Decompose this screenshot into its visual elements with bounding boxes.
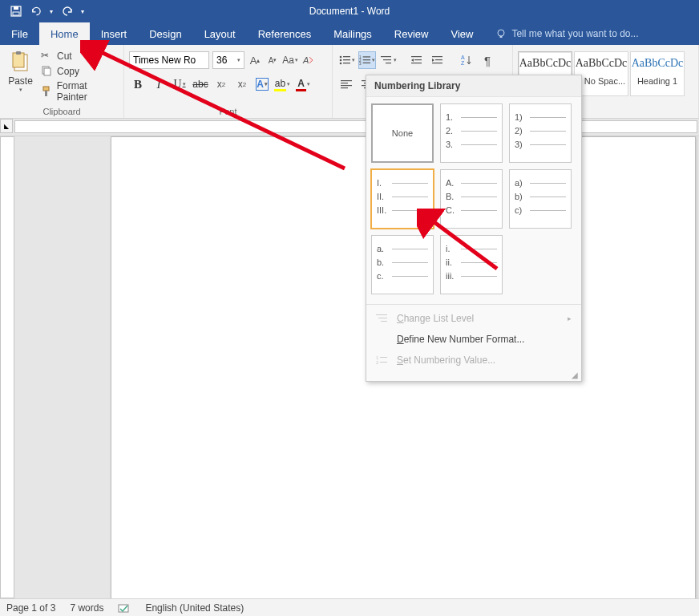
svg-rect-61 [378,318,387,318]
tab-mailings[interactable]: Mailings [322,22,383,45]
status-page[interactable]: Page 1 of 3 [6,602,55,614]
svg-rect-64 [380,357,387,358]
svg-text:A: A [302,55,309,65]
superscript-button[interactable]: x2 [235,77,249,91]
svg-point-13 [339,56,341,59]
numbering-tile-4[interactable]: A.B.C. [440,169,503,229]
svg-rect-62 [381,321,387,322]
svg-point-17 [339,63,341,65]
format-painter-label: Format Painter [57,80,119,103]
svg-rect-1 [14,6,18,10]
multilevel-list-button[interactable]: ▾ [379,51,397,69]
tab-insert[interactable]: Insert [90,22,139,45]
status-words[interactable]: 7 words [70,602,103,614]
bold-button[interactable]: B [131,77,145,91]
cut-button[interactable]: ✂ Cut [41,50,119,62]
bullets-button[interactable]: ▾ [337,51,355,69]
tab-review[interactable]: Review [383,22,440,45]
svg-rect-9 [44,68,51,75]
title-bar: ▾ ▾ Document1 - Word [0,0,699,22]
svg-text:2: 2 [376,360,379,365]
set-numbering-value: 12 Set Numbering Value... [366,350,581,371]
tab-layout[interactable]: Layout [193,22,247,45]
group-clipboard: Paste ▾ ✂ Cut Copy Format Painter Clipbo… [0,45,124,118]
paste-button[interactable]: Paste ▾ [5,48,36,106]
paste-icon [10,51,32,74]
tab-design[interactable]: Design [138,22,192,45]
svg-rect-32 [435,59,442,60]
numbering-tile-1[interactable]: 1.2.3. [440,103,503,163]
show-marks-button[interactable]: ¶ [479,51,496,69]
numbering-button[interactable]: 123▾ [358,51,376,69]
tell-me-search[interactable]: Tell me what you want to do... [484,22,699,45]
svg-rect-60 [376,314,387,315]
tab-view[interactable]: View [439,22,484,45]
increase-indent-button[interactable] [429,51,446,69]
sort-button[interactable]: AZ [458,51,475,69]
numbering-tile-7[interactable]: i.ii.iii. [440,235,503,294]
tell-me-placeholder: Tell me what you want to do... [511,28,638,39]
decrease-indent-button[interactable] [408,51,426,69]
qat-customize-icon[interactable]: ▾ [81,8,84,15]
vertical-ruler[interactable] [0,136,14,598]
resize-grip-icon[interactable]: ◢ [366,371,581,381]
undo-dropdown-icon[interactable]: ▾ [50,8,53,15]
clipboard-group-label: Clipboard [0,107,123,116]
font-color-icon[interactable]: A▾ [296,77,310,91]
svg-point-3 [498,30,504,36]
svg-rect-38 [341,85,352,86]
numbering-tile-5[interactable]: a)b)c) [509,169,572,229]
copy-button[interactable]: Copy [41,65,119,77]
font-size-combo[interactable]: 36▾ [212,51,244,69]
cut-label: Cut [57,51,72,62]
strikethrough-button[interactable]: abc [193,77,208,91]
style-no-spacing[interactable]: AaBbCcDc ¶ No Spac... [574,51,628,96]
underline-button[interactable]: U▾ [172,77,187,91]
paintbrush-icon [41,86,53,98]
numbering-tile-6[interactable]: a.b.c. [371,235,434,294]
scissors-icon: ✂ [41,50,53,62]
tab-file[interactable]: File [0,22,39,45]
change-case-icon[interactable]: Aa▾ [283,53,297,67]
italic-button[interactable]: I [152,77,166,91]
tab-selector[interactable]: ◣ [0,119,13,133]
save-icon[interactable] [10,6,22,18]
svg-rect-7 [16,51,21,55]
numbering-none[interactable]: None [371,103,434,163]
svg-text:Z: Z [461,60,465,66]
format-painter-button[interactable]: Format Painter [41,80,119,103]
horizontal-ruler[interactable]: ◣ [0,119,699,136]
numbering-grid: None 1.2.3. 1)2)3) I.II.III. A.B.C. a)b)… [366,97,581,301]
svg-rect-14 [343,56,350,57]
numbering-tile-2[interactable]: 1)2)3) [509,103,572,163]
undo-icon[interactable] [30,6,42,18]
status-language[interactable]: English (United States) [145,602,244,614]
shrink-font-icon[interactable]: A▾ [265,53,280,67]
numbering-tile-3[interactable]: I.II.III. [371,169,434,229]
grow-font-icon[interactable]: A▴ [248,53,262,67]
svg-rect-18 [343,63,350,63]
svg-rect-39 [341,87,348,88]
svg-rect-22 [363,59,370,60]
define-new-number-format[interactable]: Define New Number Format... [366,329,581,350]
tab-references[interactable]: References [247,22,322,45]
status-proofing-icon[interactable] [118,602,131,614]
tab-home[interactable]: Home [39,22,90,45]
ribbon-tabs: File Home Insert Design Layout Reference… [0,22,699,45]
align-left-button[interactable] [337,75,355,93]
redo-icon[interactable] [61,6,73,18]
highlight-icon[interactable]: ab▾ [275,77,289,91]
font-name-combo[interactable] [129,51,209,69]
paste-dropdown-icon[interactable]: ▾ [19,87,22,93]
style-heading1[interactable]: AaBbCcDc Heading 1 [630,51,685,96]
subscript-button[interactable]: x2 [214,77,228,91]
status-bar: Page 1 of 3 7 words English (United Stat… [0,598,699,616]
text-effects-icon[interactable]: A▾ [256,78,269,91]
clear-formatting-icon[interactable]: A [301,53,315,67]
svg-rect-4 [500,36,503,38]
svg-rect-30 [411,63,422,63]
numbering-header: Numbering Library [366,75,581,97]
submenu-arrow-icon: ▸ [568,314,572,322]
lightbulb-icon [495,28,507,39]
svg-rect-25 [381,56,391,57]
